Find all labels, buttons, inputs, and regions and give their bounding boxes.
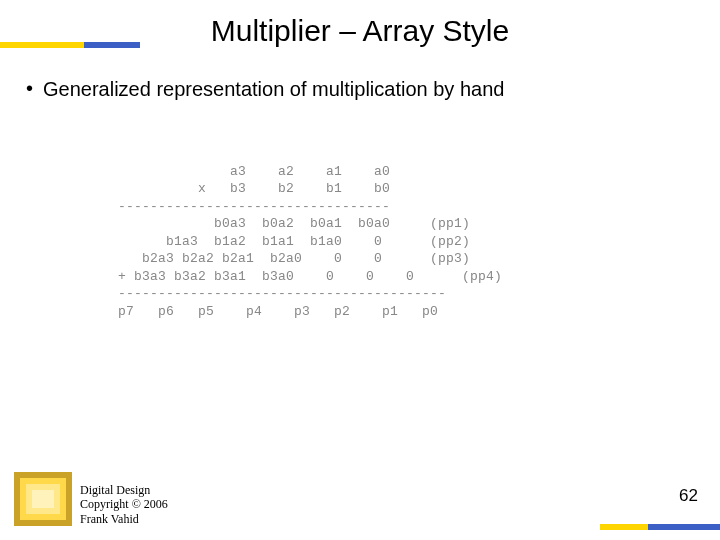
slide: Multiplier – Array Style • Generalized r… — [0, 0, 720, 540]
diagram-row-divider-1: ---------------------------------- — [118, 199, 390, 214]
footer-line-3: Frank Vahid — [80, 512, 168, 526]
diagram-row-product: p7 p6 p5 p4 p3 p2 p1 p0 — [118, 304, 438, 319]
multiplication-diagram: a3 a2 a1 a0 x b3 b2 b1 b0 --------------… — [118, 145, 502, 338]
bullet-dot-icon: • — [26, 78, 33, 98]
footer-line-1: Digital Design — [80, 483, 168, 497]
diagram-row-pp4: + b3a3 b3a2 b3a1 b3a0 0 0 0 (pp4) — [118, 269, 502, 284]
diagram-row-operand-b: x b3 b2 b1 b0 — [118, 181, 390, 196]
footer-accent-bar — [600, 524, 720, 530]
diagram-row-pp1: b0a3 b0a2 b0a1 b0a0 (pp1) — [118, 216, 470, 231]
footer-line-2: Copyright © 2006 — [80, 497, 168, 511]
footer-logo-icon — [14, 472, 72, 526]
page-number: 62 — [679, 486, 698, 506]
bullet-row: • Generalized representation of multipli… — [26, 78, 504, 101]
footer-logo-layer-3 — [32, 490, 54, 508]
diagram-row-divider-2: ----------------------------------------… — [118, 286, 446, 301]
slide-title: Multiplier – Array Style — [0, 14, 720, 48]
bullet-text: Generalized representation of multiplica… — [43, 78, 504, 101]
diagram-row-pp3: b2a3 b2a2 b2a1 b2a0 0 0 (pp3) — [118, 251, 470, 266]
diagram-row-operand-a: a3 a2 a1 a0 — [118, 164, 390, 179]
diagram-row-pp2: b1a3 b1a2 b1a1 b1a0 0 (pp2) — [118, 234, 470, 249]
footer-text-block: Digital Design Copyright © 2006 Frank Va… — [80, 483, 168, 526]
